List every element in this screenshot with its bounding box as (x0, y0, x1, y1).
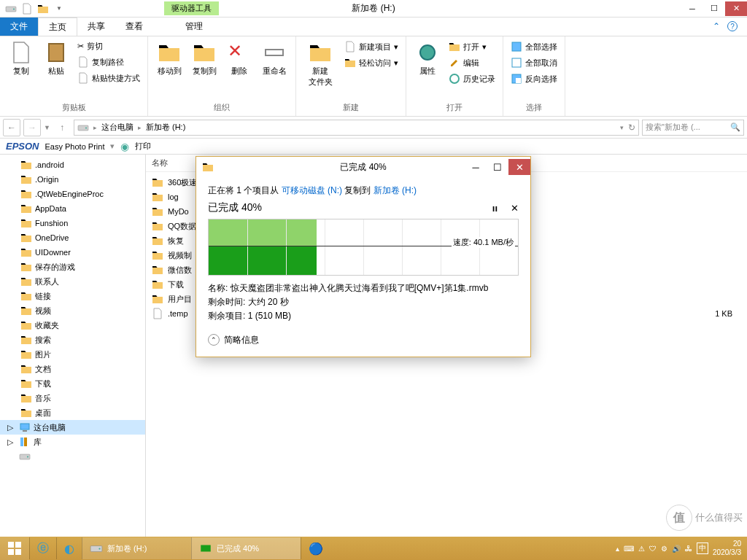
task-explorer[interactable]: 新加卷 (H:) (82, 537, 191, 559)
sidebar-network[interactable] (0, 449, 145, 464)
more-info-toggle[interactable]: ⌃ 简略信息 (208, 334, 519, 346)
select-all-button[interactable]: 全部选择 (509, 39, 559, 54)
sidebar-item[interactable]: AppData (0, 201, 145, 216)
stop-button[interactable]: ✕ (511, 203, 519, 214)
sidebar-item[interactable]: 链接 (0, 289, 145, 303)
svg-rect-12 (20, 438, 23, 446)
tray-icon-1[interactable]: ⚠ (638, 545, 645, 553)
dialog-close-button[interactable]: ✕ (508, 159, 530, 175)
crumb-this-pc[interactable]: 这台电脑 (101, 122, 133, 133)
edit-button[interactable]: 编辑 (447, 55, 497, 70)
open-button[interactable]: 打开 ▾ (447, 39, 497, 54)
dialog-maximize-button[interactable]: ☐ (487, 159, 508, 175)
sidebar-item[interactable]: UIDowner (0, 245, 145, 260)
crumb-drive[interactable]: 新加卷 (H:) (146, 122, 185, 133)
qat-new-folder-icon[interactable] (20, 2, 34, 15)
qat-undo-icon[interactable] (36, 2, 50, 15)
sidebar-item[interactable]: 视频 (0, 303, 145, 318)
clock[interactable]: 20 2020/3/3 (713, 540, 741, 557)
svg-rect-13 (24, 438, 27, 446)
print-icon: ◉ (120, 141, 129, 152)
copy-path-button[interactable]: 复制路径 (76, 55, 142, 69)
watermark: 值 什么值得买 (666, 505, 743, 531)
sidebar-item[interactable]: Funshion (0, 216, 145, 230)
progress-text: 已完成 40% (208, 201, 262, 214)
dialog-title: 已完成 40% (340, 161, 386, 174)
search-input[interactable]: 搜索"新加卷 (... 🔍 (642, 120, 744, 136)
new-item-button[interactable]: 新建项目 ▾ (343, 39, 400, 54)
easy-access-button[interactable]: 轻松访问 ▾ (343, 55, 400, 70)
sidebar-item[interactable]: OneDrive (0, 230, 145, 245)
tab-file[interactable]: 文件 (0, 18, 38, 36)
group-open-label: 打开 (412, 101, 497, 113)
context-tab-drive-tools: 驱动器工具 (164, 1, 219, 15)
sidebar-item[interactable]: .QtWebEngineProc (0, 187, 145, 201)
close-button[interactable]: ✕ (725, 1, 747, 16)
minimize-button[interactable]: ─ (681, 1, 703, 16)
sidebar-item[interactable]: 桌面 (0, 405, 145, 420)
dialog-minimize-button[interactable]: ─ (465, 159, 487, 175)
tab-home[interactable]: 主页 (38, 18, 77, 36)
invert-selection-button[interactable]: 反向选择 (509, 71, 559, 86)
address-bar[interactable]: ▸ 这台电脑 ▸ 新加卷 (H:) ▾ ↻ (74, 120, 639, 136)
tab-share[interactable]: 共享 (77, 18, 115, 36)
forward-button[interactable]: → (23, 119, 41, 136)
paste-button[interactable]: 粘贴 (41, 39, 71, 78)
copy-button[interactable]: 复制 (6, 39, 36, 78)
tab-view[interactable]: 查看 (115, 18, 153, 36)
up-button[interactable]: ↑ (53, 119, 71, 136)
sidebar-libraries[interactable]: ▷库 (0, 435, 145, 449)
refresh-icon[interactable]: ↻ (628, 122, 635, 133)
history-dropdown-icon[interactable]: ▼ (44, 124, 50, 131)
task-browser[interactable]: ◐ (56, 537, 82, 559)
copy-details: 名称: 惊天魔盗团非常盗出神入化腾天过海看到我了吧[QMV+]第1集.rmvb … (208, 281, 519, 324)
select-none-button[interactable]: 全部取消 (509, 55, 559, 70)
rename-button[interactable]: 重命名 (259, 39, 290, 78)
sidebar-item[interactable]: 下载 (0, 376, 145, 391)
sidebar-item[interactable]: .Origin (0, 172, 145, 187)
sidebar: .android.Origin.QtWebEngineProcAppDataFu… (0, 155, 146, 537)
address-dropdown-icon[interactable]: ▾ (620, 124, 624, 131)
back-button[interactable]: ← (3, 119, 20, 136)
start-button[interactable] (0, 537, 29, 560)
tray-up-icon[interactable]: ▴ (616, 545, 619, 553)
new-folder-button[interactable]: 新建 文件夹 (302, 39, 338, 89)
task-ie[interactable]: ⓔ (29, 537, 56, 559)
maximize-button[interactable]: ☐ (703, 1, 725, 16)
tray-icon-2[interactable]: 🛡 (649, 545, 657, 553)
ime-icon[interactable]: 中 (697, 542, 708, 554)
keyboard-icon[interactable]: ⌨ (624, 545, 634, 553)
dest-link[interactable]: 新加卷 (H:) (374, 185, 417, 195)
sidebar-item[interactable]: 保存的游戏 (0, 260, 145, 274)
svg-rect-2 (49, 44, 63, 61)
task-chrome[interactable]: 🔵 (301, 537, 330, 559)
help-icon[interactable]: ? (727, 21, 738, 31)
history-button[interactable]: 历史记录 (447, 71, 497, 86)
qat-properties-icon[interactable] (4, 2, 18, 15)
volume-icon[interactable]: 🔊 (672, 545, 681, 553)
pause-button[interactable]: ıı (492, 203, 498, 214)
ribbon-collapse-icon[interactable]: ⌃ (713, 21, 720, 31)
sidebar-this-pc[interactable]: ▷这台电脑 (0, 420, 145, 435)
paste-shortcut-button[interactable]: 粘贴快捷方式 (76, 71, 142, 85)
task-copy-dialog[interactable]: 已完成 40% (191, 537, 301, 559)
qat-dropdown-icon[interactable]: ▼ (53, 2, 66, 15)
sidebar-item[interactable]: .android (0, 158, 145, 172)
delete-button[interactable]: ✕删除 (224, 39, 255, 78)
tray-icon-3[interactable]: ⚙ (661, 545, 667, 553)
sidebar-item[interactable]: 音乐 (0, 391, 145, 405)
system-tray[interactable]: ▴ ⌨ ⚠ 🛡 ⚙ 🔊 🖧 中 20 2020/3/3 (610, 540, 747, 557)
properties-button[interactable]: 属性 (412, 39, 443, 78)
copy-to-button[interactable]: 复制到 (189, 39, 220, 78)
cut-button[interactable]: ✂剪切 (76, 39, 142, 53)
sidebar-item[interactable]: 搜索 (0, 332, 145, 347)
sidebar-item[interactable]: 收藏夹 (0, 318, 145, 332)
move-to-button[interactable]: 移动到 (154, 39, 185, 78)
print-button[interactable]: 打印 (135, 141, 151, 152)
source-link[interactable]: 可移动磁盘 (N:) (282, 185, 342, 195)
sidebar-item[interactable]: 联系人 (0, 274, 145, 289)
network-icon[interactable]: 🖧 (685, 545, 692, 553)
sidebar-item[interactable]: 图片 (0, 347, 145, 362)
sidebar-item[interactable]: 文档 (0, 362, 145, 376)
tab-manage[interactable]: 管理 (175, 18, 213, 36)
